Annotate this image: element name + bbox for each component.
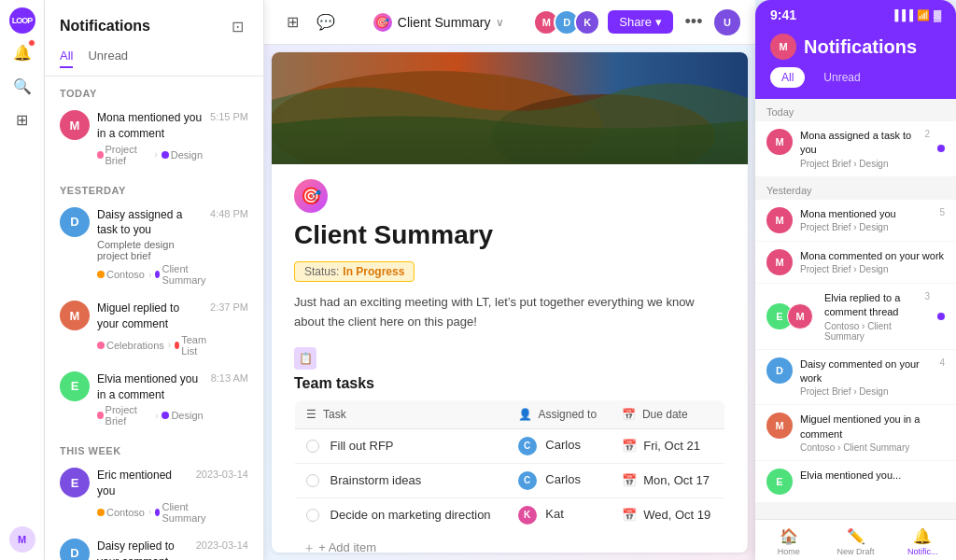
mobile-avatar: M — [766, 249, 793, 275]
avatar: M — [60, 110, 90, 140]
tasks-table: ☰ Task 👤 Assigned to 📅 Due date — [294, 399, 725, 533]
mobile-notif-item[interactable]: M Mona mentioned you Project Brief › Des… — [755, 200, 956, 241]
mobile-avatar: M — [766, 129, 793, 155]
home-icon: 🏠 — [780, 527, 798, 545]
tag-dot — [97, 342, 105, 349]
chat-icon[interactable]: 💬 — [313, 9, 339, 35]
notif-tab-unread[interactable]: Unread — [88, 49, 128, 68]
mobile-section-today: Today — [755, 99, 956, 121]
page-icon: 🎯 — [294, 179, 328, 213]
notif-tag: Project Brief — [97, 144, 150, 166]
more-options-button[interactable]: ••• — [681, 9, 707, 35]
mobile-notif-item[interactable]: E M Elvia replied to a comment thread Co… — [755, 284, 956, 349]
tag-dot — [155, 509, 160, 516]
notif-item-content: Eric mentioned you Contoso › Client Summ… — [97, 468, 189, 524]
add-item-row[interactable]: + + Add item — [294, 533, 725, 553]
team-tasks-section: 📋 Team tasks ☰ Task 👤 Ass — [294, 347, 725, 553]
status-badge: Status: In Progress — [294, 261, 415, 282]
task-checkbox[interactable] — [306, 440, 319, 453]
notif-tag: Client Summary — [155, 501, 208, 524]
wifi-icon: 📶 — [917, 9, 930, 21]
mobile-status-icons: ▐▐▐ 📶 ▓ — [892, 9, 941, 21]
notif-item-text: Mona mentioned you in a comment — [97, 110, 203, 142]
grid-apps-icon[interactable]: ⊞ — [279, 9, 305, 35]
home-label: Home — [778, 547, 800, 556]
table-row[interactable]: Fill out RFP C Carlos 📅 Fri, Oct 21 — [295, 428, 725, 463]
avatar: E — [60, 371, 90, 401]
mobile-notif-item[interactable]: M Mona commented on your work Project Br… — [755, 242, 956, 283]
mobile-status-bar: 9:41 ▐▐▐ 📶 ▓ — [755, 0, 956, 26]
notif-item[interactable]: E Elvia mentioned you in a comment Proje… — [45, 364, 263, 435]
avatar: M — [60, 301, 90, 330]
notif-item-content: Miguel replied to your comment Celebrati… — [97, 301, 203, 357]
mobile-tab-new-draft[interactable]: ✏️ New Draft — [822, 527, 890, 556]
notif-tag: Client Summary — [155, 263, 208, 286]
mobile-notif-header: M Notifications All Unread — [755, 26, 956, 99]
notif-item-meta: Contoso › Client Summary — [97, 263, 203, 286]
notif-close-button[interactable]: ⊡ — [226, 15, 248, 37]
nav-grid-icon[interactable]: ⊞ — [7, 105, 37, 134]
doc-description: Just had an exciting meeting with LT, le… — [294, 293, 725, 332]
mobile-notif-item[interactable]: E Elvia mentioned you... — [755, 461, 956, 502]
share-button[interactable]: Share ▾ — [608, 10, 673, 34]
notif-item-text: Eric mentioned you — [97, 468, 189, 499]
assignee-avatar: C — [518, 471, 537, 490]
user-profile-icon[interactable]: U — [714, 9, 740, 35]
mobile-avatar: M — [766, 413, 793, 439]
mobile-notif-item[interactable]: M Miguel mentioned you in a comment Cont… — [755, 405, 956, 460]
notif-tag: Design — [162, 410, 203, 421]
tag-dot — [155, 271, 160, 278]
page-content-area: 🎯 Client Summary Status: In Progress Jus… — [272, 52, 748, 553]
notif-item[interactable]: M Miguel replied to your comment Celebra… — [45, 293, 263, 364]
notification-dot — [28, 39, 35, 47]
mobile-notif-text: Mona mentioned you — [800, 207, 932, 221]
mobile-notif-text: Daisy commented on your work — [800, 357, 932, 386]
user-avatar-nav[interactable]: M — [9, 526, 35, 553]
notif-item[interactable]: E Eric mentioned you Contoso › Client Su… — [45, 460, 263, 531]
mobile-notif-item[interactable]: D Daisy commented on your work Project B… — [755, 350, 956, 405]
assignee-avatar: C — [518, 437, 537, 455]
notif-item-meta: Project Brief › Design — [97, 144, 203, 166]
nav-search-icon[interactable]: 🔍 — [7, 71, 37, 101]
mobile-tab-unread[interactable]: Unread — [812, 67, 871, 88]
title-chevron-icon[interactable]: ∨ — [496, 16, 504, 29]
tag-dot — [162, 151, 169, 159]
battery-icon: ▓ — [934, 9, 941, 21]
task-checkbox[interactable] — [306, 509, 319, 522]
page-body: 🎯 Client Summary Status: In Progress Jus… — [272, 164, 748, 553]
add-item-label: + Add item — [318, 540, 376, 553]
avatar: E — [60, 468, 90, 497]
notif-tag: Project Brief — [97, 404, 151, 427]
notif-item[interactable]: D Daisy assigned a task to you Complete … — [45, 200, 263, 294]
tag-dot — [97, 509, 105, 516]
left-nav: loop 🔔 🔍 ⊞ M — [0, 0, 45, 560]
mobile-section-yesterday: Yesterday — [755, 177, 956, 200]
notif-tag: Design — [162, 149, 203, 161]
mobile-notif-text: Elvia mentioned you... — [800, 469, 945, 483]
notif-item[interactable]: M Mona mentioned you in a comment Projec… — [45, 103, 263, 174]
mobile-header-avatar: M — [770, 34, 796, 60]
table-row[interactable]: Brainstorm ideas C Carlos 📅 Mon, Oct 17 — [295, 463, 725, 497]
mobile-notif-text: Elvia replied to a comment thread — [824, 291, 917, 320]
mobile-notif-content: Mona mentioned you Project Brief › Desig… — [800, 207, 932, 233]
notif-tab-all[interactable]: All — [60, 49, 73, 68]
notif-item[interactable]: D Daisy replied to your comment Contoso … — [45, 531, 263, 560]
mobile-tab-home[interactable]: 🏠 Home — [755, 527, 822, 556]
notif-panel-header: Notifications ⊡ — [45, 0, 263, 45]
mobile-tab-all[interactable]: All — [770, 67, 805, 88]
mobile-tab-notifications[interactable]: 🔔 Notific... — [889, 527, 956, 556]
mobile-notif-item[interactable]: M Mona assigned a task to you Project Br… — [755, 121, 956, 176]
nav-bell-icon[interactable]: 🔔 — [7, 37, 37, 67]
mobile-notif-content: Mona assigned a task to you Project Brie… — [800, 129, 917, 169]
notif-tab-bar: All Unread — [45, 45, 263, 77]
assignee-avatar: K — [518, 506, 537, 525]
task-checkbox[interactable] — [306, 474, 319, 487]
mobile-notif-content: Miguel mentioned you in a comment Contos… — [800, 413, 945, 453]
main-content: ⊞ 💬 🎯 Client Summary ∨ M D K Share ▾ •••… — [264, 0, 755, 560]
mobile-notif-text: Mona commented on your work — [800, 249, 945, 263]
mobile-avatar: E — [766, 469, 793, 495]
mobile-notif-content: Elvia replied to a comment thread Contos… — [824, 291, 917, 342]
table-row[interactable]: Decide on marketing direction K Kat 📅 We… — [295, 497, 725, 532]
mobile-notif-time: 5 — [939, 207, 945, 233]
notif-time: 8:13 AM — [211, 372, 248, 384]
